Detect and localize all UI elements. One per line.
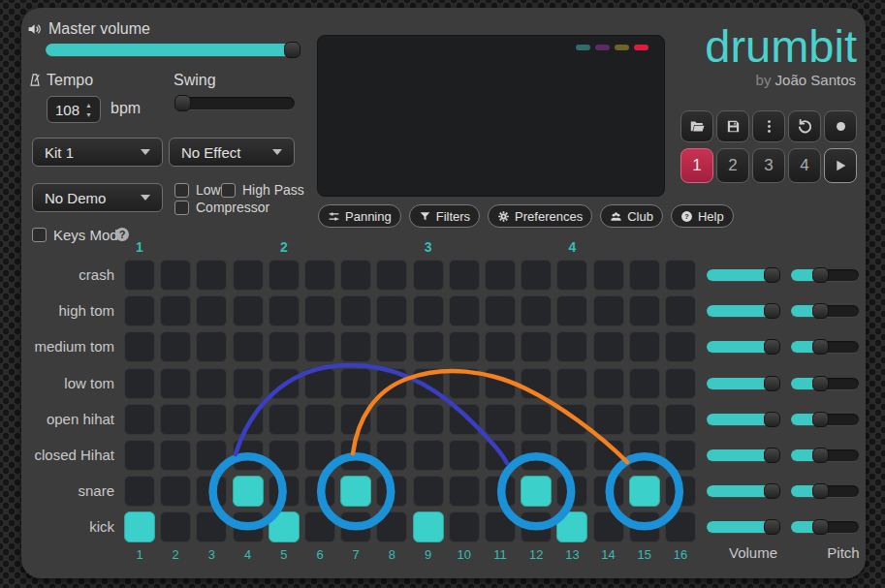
- filters-button[interactable]: Filters: [409, 204, 480, 228]
- step-cell-crash-11[interactable]: [485, 260, 516, 291]
- step-cell-open-hihat-3[interactable]: [196, 404, 227, 435]
- checkbox-box[interactable]: [221, 183, 236, 198]
- step-cell-high-tom-2[interactable]: [160, 295, 191, 326]
- step-cell-open-hihat-15[interactable]: [629, 404, 660, 435]
- step-cell-crash-4[interactable]: [233, 260, 264, 291]
- step-cell-closed-hihat-5[interactable]: [269, 440, 300, 471]
- step-cell-medium-tom-5[interactable]: [269, 331, 300, 362]
- step-cell-medium-tom-4[interactable]: [233, 331, 264, 362]
- step-cell-crash-8[interactable]: [376, 260, 407, 291]
- step-cell-high-tom-9[interactable]: [413, 295, 444, 326]
- effect-select[interactable]: No Effect: [169, 138, 295, 167]
- step-cell-kick-9[interactable]: [413, 511, 444, 542]
- slider-knob[interactable]: [764, 448, 780, 463]
- master-volume-knob[interactable]: [284, 42, 300, 58]
- step-cell-closed-hihat-15[interactable]: [629, 440, 660, 471]
- low-tom-volume-slider[interactable]: [707, 376, 780, 391]
- step-cell-snare-1[interactable]: [124, 476, 155, 507]
- step-cell-open-hihat-6[interactable]: [304, 404, 335, 435]
- undo-button[interactable]: [788, 110, 821, 142]
- keys-mode-checkbox[interactable]: Keys Mode: [32, 227, 126, 243]
- spin-down-icon[interactable]: ▼: [85, 111, 92, 118]
- step-cell-snare-3[interactable]: [196, 476, 227, 507]
- slider-knob[interactable]: [764, 483, 780, 499]
- step-cell-high-tom-8[interactable]: [376, 295, 407, 326]
- high-tom-volume-slider[interactable]: [707, 303, 780, 319]
- step-cell-crash-3[interactable]: [196, 260, 227, 291]
- slider-knob[interactable]: [812, 519, 829, 535]
- more-button[interactable]: [752, 110, 785, 142]
- step-cell-high-tom-7[interactable]: [340, 295, 371, 326]
- step-cell-medium-tom-8[interactable]: [376, 331, 407, 362]
- panning-button[interactable]: Panning: [318, 204, 401, 228]
- tempo-spinner[interactable]: ▲ ▼: [85, 102, 92, 118]
- step-cell-crash-16[interactable]: [665, 260, 696, 291]
- step-cell-kick-16[interactable]: [665, 511, 696, 542]
- step-cell-kick-7[interactable]: [340, 511, 371, 542]
- slider-knob[interactable]: [812, 267, 829, 283]
- step-cell-snare-11[interactable]: [485, 476, 516, 507]
- step-cell-snare-16[interactable]: [665, 476, 696, 507]
- step-cell-snare-10[interactable]: [449, 476, 480, 507]
- step-cell-open-hihat-14[interactable]: [593, 404, 624, 435]
- crash-volume-slider[interactable]: [707, 267, 780, 283]
- step-cell-medium-tom-11[interactable]: [485, 331, 516, 362]
- checkbox-box[interactable]: [174, 183, 189, 198]
- slider-knob[interactable]: [812, 303, 829, 319]
- step-cell-medium-tom-1[interactable]: [124, 331, 155, 362]
- keys-mode-help-icon[interactable]: ?: [115, 228, 129, 241]
- club-button[interactable]: Club: [600, 204, 663, 228]
- step-cell-kick-13[interactable]: [556, 511, 587, 542]
- slider-knob[interactable]: [764, 303, 780, 319]
- step-cell-low-tom-8[interactable]: [376, 368, 407, 399]
- step-cell-crash-7[interactable]: [340, 260, 371, 291]
- step-cell-crash-12[interactable]: [521, 260, 552, 291]
- step-cell-high-tom-14[interactable]: [593, 295, 624, 326]
- snare-pitch-slider[interactable]: [791, 483, 859, 499]
- tempo-input-box[interactable]: ▲ ▼: [47, 96, 101, 123]
- step-cell-crash-15[interactable]: [629, 260, 660, 291]
- save-button[interactable]: [716, 110, 749, 142]
- step-cell-crash-1[interactable]: [124, 260, 155, 291]
- step-cell-crash-6[interactable]: [304, 260, 335, 291]
- spin-up-icon[interactable]: ▲: [85, 102, 92, 108]
- step-cell-medium-tom-7[interactable]: [340, 331, 371, 362]
- step-cell-open-hihat-13[interactable]: [556, 404, 587, 435]
- step-cell-open-hihat-16[interactable]: [665, 404, 696, 435]
- step-cell-open-hihat-4[interactable]: [233, 404, 264, 435]
- record-button[interactable]: [824, 110, 857, 142]
- step-cell-low-tom-14[interactable]: [593, 368, 624, 399]
- pattern-4-button[interactable]: 4: [788, 148, 821, 183]
- step-cell-kick-10[interactable]: [449, 511, 480, 542]
- step-cell-snare-6[interactable]: [304, 476, 335, 507]
- step-cell-closed-hihat-6[interactable]: [304, 440, 335, 471]
- play-button[interactable]: [824, 148, 857, 183]
- step-cell-low-tom-11[interactable]: [485, 368, 516, 399]
- slider-knob[interactable]: [764, 376, 780, 391]
- step-cell-medium-tom-15[interactable]: [629, 331, 660, 362]
- step-cell-closed-hihat-10[interactable]: [449, 440, 480, 471]
- step-cell-medium-tom-3[interactable]: [196, 331, 227, 362]
- step-cell-high-tom-4[interactable]: [233, 295, 264, 326]
- step-cell-kick-6[interactable]: [304, 511, 335, 542]
- step-cell-crash-14[interactable]: [593, 260, 624, 291]
- kick-volume-slider[interactable]: [707, 519, 780, 535]
- step-cell-open-hihat-11[interactable]: [485, 404, 516, 435]
- step-cell-kick-8[interactable]: [376, 511, 407, 542]
- step-cell-closed-hihat-3[interactable]: [196, 440, 227, 471]
- swing-knob[interactable]: [174, 95, 191, 111]
- step-cell-kick-3[interactable]: [196, 511, 227, 542]
- step-cell-open-hihat-5[interactable]: [269, 404, 300, 435]
- swing-slider[interactable]: [174, 95, 295, 111]
- step-cell-medium-tom-10[interactable]: [449, 331, 480, 362]
- demo-select[interactable]: No Demo: [32, 183, 163, 212]
- compressor-checkbox[interactable]: Compressor: [174, 200, 269, 215]
- step-cell-low-tom-4[interactable]: [233, 368, 264, 399]
- step-cell-crash-9[interactable]: [413, 260, 444, 291]
- slider-knob[interactable]: [812, 412, 829, 427]
- step-cell-kick-11[interactable]: [485, 511, 516, 542]
- step-cell-low-tom-3[interactable]: [196, 368, 227, 399]
- step-cell-low-tom-9[interactable]: [413, 368, 444, 399]
- step-cell-medium-tom-6[interactable]: [304, 331, 335, 362]
- slider-knob[interactable]: [764, 519, 780, 535]
